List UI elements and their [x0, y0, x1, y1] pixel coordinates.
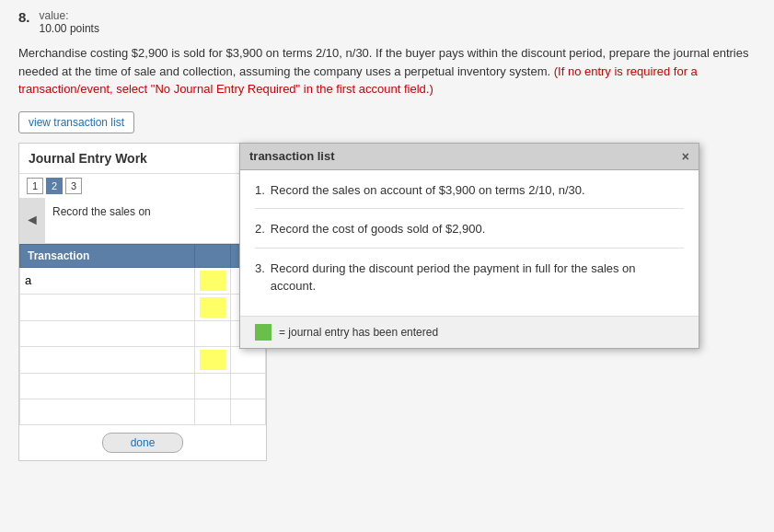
modal-body: 1. Record the sales on account of $3,900…: [240, 170, 699, 316]
transaction-list-modal: transaction list × 1. Record the sales o…: [239, 143, 699, 349]
nav-item-1[interactable]: 1: [27, 178, 43, 194]
transaction-text-1: Record the sales on account of $3,900 on…: [271, 181, 684, 200]
done-btn-wrapper: done: [19, 425, 266, 460]
row4-debit: [195, 346, 230, 373]
row1-label: a: [20, 267, 195, 294]
transaction-item-3: 3. Record during the discount period the…: [255, 260, 684, 305]
transaction-text-2: Record the cost of goods sold of $2,900.: [271, 220, 684, 238]
transaction-num-2: 2.: [255, 220, 265, 238]
col-header-debit: [195, 244, 230, 267]
view-transaction-button[interactable]: view transaction list: [18, 111, 134, 133]
question-body: Merchandise costing $2,900 is sold for $…: [18, 44, 756, 98]
row3-debit: [195, 320, 230, 346]
table-row: [20, 294, 266, 320]
row3-label: [20, 320, 195, 346]
table-row: a: [20, 267, 266, 294]
row5-label: [20, 373, 195, 399]
transaction-text-3: Record during the discount period the pa…: [271, 260, 684, 295]
row6-label: [20, 399, 195, 424]
nav-item-3[interactable]: 3: [65, 178, 82, 194]
main-area: Journal Entry Work 1 2 3 ◄ Record the sa…: [18, 143, 756, 461]
row6-credit: [230, 399, 265, 424]
modal-title: transaction list: [249, 149, 334, 163]
table-row: [20, 320, 266, 346]
table-row: [20, 373, 266, 399]
col-header-transaction: Transaction: [20, 244, 195, 267]
row4-label: [20, 346, 195, 373]
row6-debit: [195, 399, 230, 424]
legend-color-box: [255, 324, 271, 341]
transaction-table: Transaction a: [19, 244, 266, 425]
modal-header: transaction list ×: [240, 144, 699, 170]
transaction-item-1: 1. Record the sales on account of $3,900…: [255, 181, 684, 210]
done-button[interactable]: done: [102, 433, 184, 453]
nav-item-2[interactable]: 2: [46, 178, 63, 194]
row5-credit: [230, 373, 265, 399]
row5-debit: [195, 373, 230, 399]
description-text: Record the sales on: [45, 198, 266, 243]
journal-title: Journal Entry Work: [19, 144, 266, 174]
journal-panel: Journal Entry Work 1 2 3 ◄ Record the sa…: [18, 143, 267, 461]
row2-debit: [195, 294, 230, 320]
journal-nav: 1 2 3: [19, 174, 266, 198]
row2-label: [20, 294, 195, 320]
button-row: view transaction list: [18, 111, 756, 133]
row4-credit: [230, 346, 265, 373]
question-number: 8.: [18, 9, 30, 25]
transaction-num-3: 3.: [255, 260, 265, 278]
row1-debit: [195, 267, 230, 294]
modal-footer: = journal entry has been entered: [240, 316, 699, 348]
modal-close-button[interactable]: ×: [682, 149, 689, 164]
page-wrapper: 8. value: 10.00 points Merchandise costi…: [0, 0, 774, 532]
question-meta: value: 10.00 points: [40, 9, 99, 35]
table-row: [20, 346, 266, 373]
table-row: [20, 399, 266, 424]
transaction-num-1: 1.: [255, 181, 265, 200]
nav-arrow-left[interactable]: ◄: [19, 198, 45, 243]
question-header: 8. value: 10.00 points: [18, 9, 756, 35]
question-points: 10.00 points: [40, 22, 99, 35]
transaction-item-2: 2. Record the cost of goods sold of $2,9…: [255, 220, 684, 249]
legend-text: = journal entry has been entered: [279, 326, 438, 339]
journal-description: ◄ Record the sales on: [19, 198, 266, 244]
value-label: value:: [40, 9, 99, 22]
